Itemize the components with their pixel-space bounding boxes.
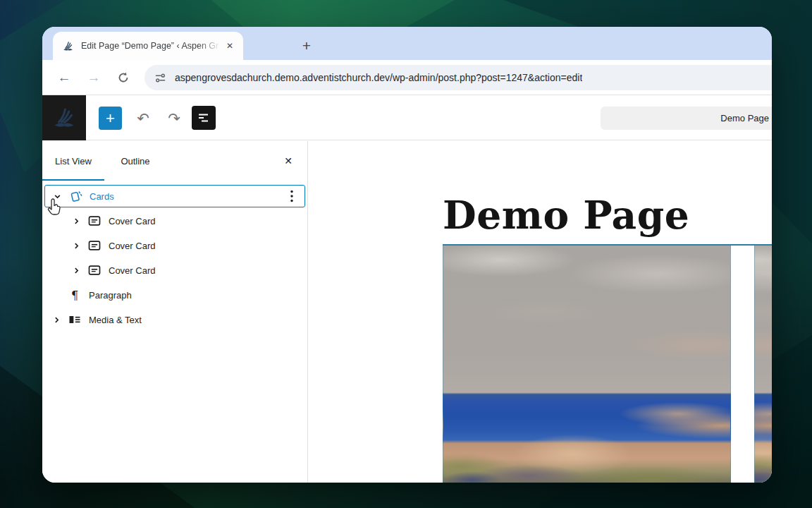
chevron-right-icon[interactable] (47, 316, 66, 324)
list-view-icon (197, 111, 211, 125)
document-title-button[interactable]: Demo Page (601, 107, 772, 130)
tree-row-label: Paragraph (89, 290, 132, 301)
tree-row-label: Cover Card (109, 265, 155, 276)
tab-title: Edit Page “Demo Page” ‹ Aspen Gr (81, 41, 223, 51)
close-list-view-button[interactable]: ✕ (279, 152, 297, 170)
reload-button[interactable] (113, 67, 134, 88)
chevron-down-icon[interactable] (47, 193, 67, 200)
tree-row-cover-card[interactable]: Cover Card (44, 259, 305, 282)
tree-row-media-text[interactable]: Media & Text (44, 308, 305, 331)
cover-card-image[interactable] (754, 246, 772, 483)
editor-canvas[interactable]: Demo Page (308, 141, 772, 483)
document-title: Demo Page (720, 113, 769, 123)
browser-toolbar: ← → aspengrovesdachurch.demo.adventistch… (42, 60, 772, 95)
block-inserter-button[interactable]: + (99, 107, 122, 130)
new-tab-button[interactable]: + (296, 35, 317, 56)
list-view-toggle-button[interactable] (192, 106, 216, 130)
cover-card-block-icon (86, 238, 103, 253)
cards-block-preview[interactable] (443, 244, 772, 483)
tree-row-cards[interactable]: Cards (44, 185, 305, 207)
editor-body: List View Outline ✕ (42, 141, 772, 483)
back-button[interactable]: ← (54, 67, 75, 88)
tree-row-paragraph[interactable]: ¶ Paragraph (44, 284, 305, 306)
tree-row-label: Cards (90, 191, 114, 202)
browser-tab-strip: Edit Page “Demo Page” ‹ Aspen Gr ✕ + (42, 27, 772, 60)
cover-card-block-icon (86, 263, 103, 277)
block-tree: Cards Cover Card (42, 181, 307, 331)
forward-button[interactable]: → (83, 67, 104, 88)
adventist-logo-icon (51, 105, 77, 131)
tree-row-label: Media & Text (89, 315, 142, 325)
media-text-block-icon (66, 313, 83, 327)
paragraph-block-icon: ¶ (66, 289, 83, 302)
tab-outline[interactable]: Outline (104, 141, 166, 181)
chevron-right-icon[interactable] (66, 217, 86, 225)
list-view-tabs: List View Outline ✕ (42, 141, 307, 181)
tree-row-label: Cover Card (109, 216, 155, 226)
tab-list-view[interactable]: List View (42, 141, 104, 181)
options-menu-button[interactable] (283, 186, 300, 207)
undo-button[interactable]: ↶ (131, 107, 155, 130)
chevron-right-icon[interactable] (66, 267, 86, 274)
tree-row-cover-card[interactable]: Cover Card (44, 234, 305, 257)
site-settings-icon[interactable] (154, 72, 166, 84)
tab-close-icon[interactable]: ✕ (223, 40, 236, 52)
site-favicon-icon (62, 40, 74, 52)
address-bar[interactable]: aspengrovesdachurch.demo.adventistchurch… (144, 65, 772, 90)
cover-card-image[interactable] (443, 246, 731, 483)
browser-tab[interactable]: Edit Page “Demo Page” ‹ Aspen Gr ✕ (53, 32, 243, 60)
tree-row-cover-card[interactable]: Cover Card (44, 210, 305, 232)
desktop-background: Edit Page “Demo Page” ‹ Aspen Gr ✕ + ← → (0, 0, 812, 508)
site-logo-button[interactable] (42, 95, 86, 140)
editor-header: + ↶ ↷ Demo Page (42, 95, 772, 140)
browser-window: Edit Page “Demo Page” ‹ Aspen Gr ✕ + ← → (42, 27, 772, 483)
cover-card-block-icon (86, 214, 103, 228)
page-title[interactable]: Demo Page (443, 192, 689, 238)
redo-button[interactable]: ↷ (162, 107, 186, 130)
tree-row-label: Cover Card (109, 241, 155, 251)
cards-block-icon (67, 189, 84, 204)
list-view-panel: List View Outline ✕ (42, 141, 308, 483)
url-text: aspengrovesdachurch.demo.adventistchurch… (175, 72, 582, 83)
chevron-right-icon[interactable] (66, 242, 86, 250)
